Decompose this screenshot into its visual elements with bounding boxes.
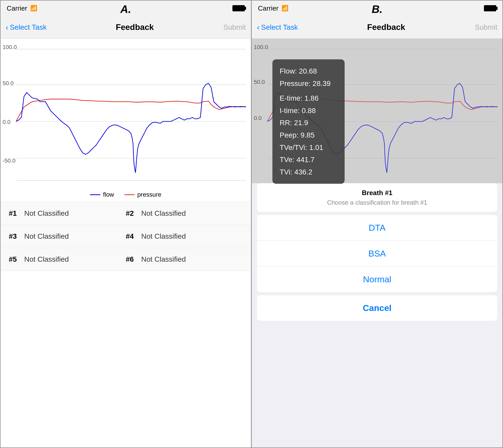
y-label-50-a: 50.0: [3, 80, 14, 87]
submit-button-b[interactable]: Submit: [464, 23, 497, 31]
y-label-100-a: 100.0: [3, 44, 17, 51]
tooltip-tvi: TVi: 436.2: [280, 166, 337, 178]
item-number-2: #2: [126, 209, 136, 218]
cancel-button[interactable]: Cancel: [257, 295, 497, 321]
action-sheet-options: DTA BSA Normal: [257, 215, 497, 292]
tooltip-tve-tvi: TVe/TVi: 1.01: [280, 141, 337, 154]
back-button-b[interactable]: ‹ Select Task: [257, 23, 309, 32]
option-normal[interactable]: Normal: [257, 267, 497, 292]
back-label-a: Select Task: [10, 23, 47, 31]
table-row: #1 Not Classified #2 Not Classified: [1, 202, 251, 225]
tooltip-etime: E-time: 1.86: [280, 92, 337, 105]
item-number-3: #3: [9, 232, 19, 241]
status-bar-a: Carrier 📶: [1, 1, 251, 16]
item-status-5: Not Classified: [24, 255, 69, 263]
panel-b: B. Carrier 📶 ‹ Select Task Feedback Subm…: [251, 0, 503, 448]
option-bsa[interactable]: BSA: [257, 241, 497, 267]
item-status-2: Not Classified: [141, 209, 186, 218]
list-item-3[interactable]: #3 Not Classified: [9, 232, 126, 241]
action-sheet-title: Breath #1: [262, 189, 492, 197]
tooltip-peep: Peep: 9.85: [280, 129, 337, 141]
chart-legend-a: flow pressure: [1, 188, 251, 202]
y-label-0-a: 0.0: [3, 119, 11, 125]
nav-title-a: Feedback: [57, 22, 212, 32]
status-left-b: Carrier 📶: [258, 4, 288, 12]
option-dta[interactable]: DTA: [257, 215, 497, 241]
legend-flow-a: flow: [90, 191, 114, 198]
status-left-a: Carrier 📶: [7, 4, 37, 12]
item-number-4: #4: [126, 232, 136, 241]
y-label-100-b: 100.0: [254, 44, 268, 51]
nav-bar-b: ‹ Select Task Feedback Submit: [252, 16, 502, 39]
submit-button-a[interactable]: Submit: [212, 23, 246, 31]
table-row: #5 Not Classified #6 Not Classified: [1, 248, 251, 271]
panel-a: A. Carrier 📶 ‹ Select Task Feedback Subm…: [0, 0, 251, 448]
legend-pressure-a: pressure: [124, 191, 161, 198]
chart-container-a: 100.0 50.0 0.0 -50.0: [1, 39, 251, 188]
tooltip-overlay: Flow: 20.68 Pressure: 28.39 E-time: 1.86…: [272, 59, 345, 184]
y-label-0-b: 0.0: [254, 115, 262, 122]
chart-container-b: 100.0 50.0 0.0 Flow: 20.68 Pressure: 28.…: [252, 39, 502, 183]
table-row: #3 Not Classified #4 Not Classified: [1, 225, 251, 248]
list-item-4[interactable]: #4 Not Classified: [126, 232, 243, 241]
carrier-b: Carrier: [258, 4, 278, 12]
list-item-5[interactable]: #5 Not Classified: [9, 255, 126, 263]
battery-icon-a: [232, 5, 245, 11]
flow-line-icon: [90, 194, 100, 195]
action-sheet-subtitle: Choose a classification for breath #1: [262, 199, 492, 206]
item-number-6: #6: [126, 255, 136, 263]
carrier-a: Carrier: [7, 4, 27, 12]
flow-label-a: flow: [103, 191, 114, 198]
battery-icon-b: [484, 5, 496, 11]
y-label-neg-a: -50.0: [3, 157, 15, 164]
chart-svg-a: [16, 44, 246, 186]
action-sheet-container: Breath #1 Choose a classification for br…: [252, 183, 502, 447]
item-number-1: #1: [9, 209, 19, 218]
wifi-icon-b: 📶: [281, 5, 288, 12]
chevron-left-icon-a: ‹: [6, 23, 8, 32]
list-item-1[interactable]: #1 Not Classified: [9, 209, 126, 218]
chevron-left-icon-b: ‹: [257, 23, 259, 32]
back-button-a[interactable]: ‹ Select Task: [6, 23, 57, 32]
tooltip-flow: Flow: 20.68: [280, 65, 337, 77]
action-sheet-header: Breath #1 Choose a classification for br…: [257, 183, 497, 212]
y-label-50-b: 50.0: [254, 79, 265, 85]
pressure-label-a: pressure: [137, 191, 161, 198]
item-status-6: Not Classified: [141, 255, 186, 263]
item-number-5: #5: [9, 255, 19, 263]
status-right-a: [232, 5, 245, 11]
list-item-6[interactable]: #6 Not Classified: [126, 255, 243, 263]
status-right-b: [484, 5, 496, 11]
pressure-line-icon: [124, 194, 135, 195]
tooltip-tve: TVe: 441.7: [280, 154, 337, 166]
back-label-b: Select Task: [261, 23, 298, 31]
item-status-1: Not Classified: [24, 209, 69, 218]
nav-title-b: Feedback: [309, 22, 464, 32]
item-status-4: Not Classified: [141, 232, 186, 241]
tooltip-rr: RR: 21.9: [280, 117, 337, 129]
nav-bar-a: ‹ Select Task Feedback Submit: [1, 16, 251, 39]
tooltip-pressure: Pressure: 28.39: [280, 77, 337, 90]
tooltip-itime: I-time: 0.88: [280, 105, 337, 117]
list-item-2[interactable]: #2 Not Classified: [126, 209, 243, 218]
wifi-icon-a: 📶: [30, 5, 37, 12]
item-status-3: Not Classified: [24, 232, 69, 241]
status-bar-b: Carrier 📶: [252, 1, 502, 16]
classification-list-a: #1 Not Classified #2 Not Classified #3 N…: [1, 202, 251, 271]
